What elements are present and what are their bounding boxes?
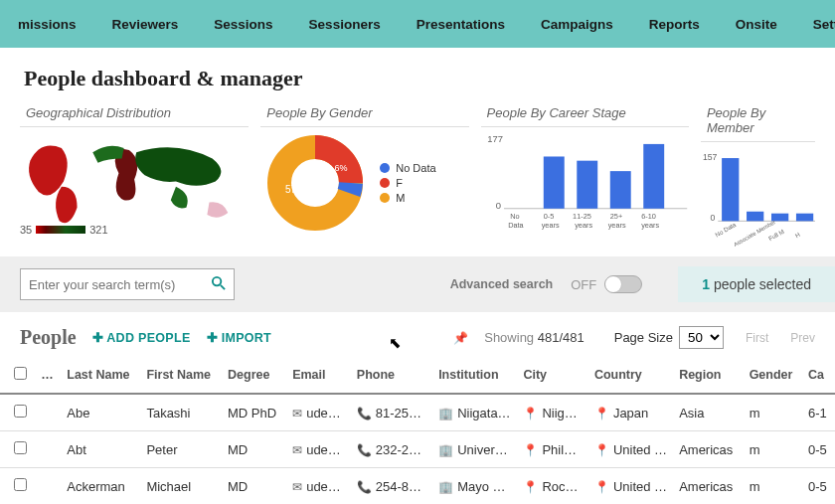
search-input[interactable] <box>29 277 211 292</box>
nav-item-settings[interactable]: Settings <box>795 17 835 32</box>
table-row[interactable]: AckermanMichaelMD✉ude…📞254-8…🏢Mayo Clin…… <box>0 468 835 505</box>
svg-text:177: 177 <box>487 133 503 144</box>
svg-text:0: 0 <box>710 213 715 223</box>
cell-phone[interactable]: 📞81-25… <box>351 394 432 431</box>
col-career[interactable]: Ca <box>802 359 835 394</box>
page-size-label: Page Size <box>614 330 673 345</box>
svg-text:years: years <box>541 221 559 230</box>
plus-icon: ✚ <box>207 331 218 345</box>
cell-gender: m <box>744 394 802 431</box>
list-header: People ✚ ADD PEOPLE ✚ IMPORT 📌 Showing 4… <box>0 312 835 353</box>
nav-item-submissions[interactable]: missions <box>0 17 94 32</box>
col-country[interactable]: Country <box>588 359 673 394</box>
envelope-icon: ✉ <box>292 407 302 420</box>
dashboard-row: Geographical Distribution 35 321 People … <box>0 101 835 256</box>
table-row[interactable]: AbeTakashiMD PhD✉ude…📞81-25…🏢Niigata U…📍… <box>0 394 835 431</box>
building-icon: 🏢 <box>438 407 453 420</box>
cell-country: 📍United … <box>588 431 673 468</box>
advanced-search-label: Advanced search <box>450 277 554 291</box>
col-phone[interactable]: Phone <box>351 359 432 394</box>
svg-line-32 <box>221 285 225 289</box>
map-scale-min: 35 <box>20 224 32 236</box>
row-checkbox[interactable] <box>14 478 27 491</box>
col-institution[interactable]: Institution <box>432 359 517 394</box>
cell-institution: 🏢Niigata U… <box>432 394 517 431</box>
selected-count-panel: 1 people selected <box>678 266 835 302</box>
col-region[interactable]: Region <box>673 359 744 394</box>
cell-city: 📍Phil… <box>517 431 588 468</box>
cell-email[interactable]: ✉ude… <box>286 394 351 431</box>
cell-lastname: Abt <box>61 431 140 468</box>
search-icon[interactable] <box>211 275 226 293</box>
svg-text:2.6%: 2.6% <box>327 163 348 173</box>
svg-text:years: years <box>607 221 625 230</box>
nav-item-sessions[interactable]: Sessions <box>196 17 290 32</box>
cell-gender: m <box>744 468 802 505</box>
row-checkbox[interactable] <box>14 441 27 454</box>
selected-count-value: 1 <box>702 276 710 292</box>
pager-first[interactable]: First <box>746 331 768 345</box>
phone-icon: 📞 <box>357 407 372 420</box>
pin-icon[interactable]: 📌 <box>453 331 468 345</box>
cell-city: 📍Roc… <box>517 468 588 505</box>
advanced-search-toggle[interactable] <box>604 275 642 293</box>
page-size-select[interactable]: 50 <box>679 326 724 349</box>
col-city[interactable]: City <box>517 359 588 394</box>
col-gender[interactable]: Gender <box>744 359 802 394</box>
cell-institution: 🏢Mayo Clin… <box>432 468 517 505</box>
list-heading: People <box>20 326 77 349</box>
col-email[interactable]: Email <box>286 359 351 394</box>
phone-icon: 📞 <box>357 443 372 457</box>
nav-item-reviewers[interactable]: Reviewers <box>94 17 197 32</box>
cell-phone[interactable]: 📞232-2… <box>351 431 432 468</box>
cell-phone[interactable]: 📞254-8… <box>351 468 432 505</box>
import-button[interactable]: ✚ IMPORT <box>207 330 272 345</box>
cell-email[interactable]: ✉ude… <box>286 431 351 468</box>
svg-rect-24 <box>747 212 763 222</box>
cell-degree: MD PhD <box>222 394 286 431</box>
card-gender: People By Gender 57% 2.6% No Data F M <box>260 101 468 245</box>
cell-gender: m <box>744 431 802 468</box>
table-row[interactable]: AbtPeterMD✉ude…📞232-2…🏢University…📍Phil…… <box>0 431 835 468</box>
cell-lastname: Ackerman <box>61 468 140 505</box>
phone-icon: 📞 <box>357 480 372 494</box>
nav-item-presentations[interactable]: Presentations <box>399 17 523 32</box>
select-all-checkbox[interactable] <box>14 367 27 380</box>
svg-text:years: years <box>575 221 592 230</box>
row-checkbox[interactable] <box>14 405 27 418</box>
bar-chart-member-icon: 157 0 No Data Associate Member Full M H <box>701 142 815 247</box>
pager-prev[interactable]: Prev <box>790 331 815 345</box>
cell-institution: 🏢University… <box>432 431 517 468</box>
col-degree[interactable]: Degree <box>222 359 286 394</box>
card-member-title: People By Member <box>707 105 815 135</box>
gender-legend: No Data F M <box>380 159 435 207</box>
col-lastname[interactable]: Last Name <box>61 359 140 394</box>
svg-text:Full M: Full M <box>767 228 785 243</box>
building-icon: 🏢 <box>438 443 453 457</box>
cell-firstname: Peter <box>140 431 222 468</box>
col-menu[interactable]: … <box>35 359 61 394</box>
cell-firstname: Michael <box>140 468 222 505</box>
top-nav: missions Reviewers Sessions Sessioners P… <box>0 0 835 48</box>
nav-item-sessioners[interactable]: Sessioners <box>291 17 399 32</box>
add-people-button[interactable]: ✚ ADD PEOPLE <box>92 330 191 345</box>
nav-item-reports[interactable]: Reports <box>631 17 718 32</box>
map-pin-icon: 📍 <box>594 480 609 494</box>
nav-item-campaigns[interactable]: Campaigns <box>523 17 631 32</box>
nav-item-onsite[interactable]: Onsite <box>718 17 795 32</box>
col-firstname[interactable]: First Name <box>140 359 222 394</box>
svg-rect-26 <box>796 214 813 222</box>
search-box[interactable] <box>20 268 235 300</box>
cell-degree: MD <box>222 468 286 505</box>
svg-rect-8 <box>609 171 630 209</box>
cell-email[interactable]: ✉ude… <box>286 468 351 505</box>
svg-rect-9 <box>643 144 664 209</box>
svg-rect-7 <box>577 161 597 209</box>
map-pin-icon: 📍 <box>523 480 538 494</box>
card-geographic: Geographical Distribution 35 321 <box>20 101 249 245</box>
cell-career: 0-5 <box>802 468 835 505</box>
svg-rect-23 <box>722 158 739 221</box>
svg-text:Data: Data <box>508 221 524 230</box>
card-member: People By Member 157 0 No Data Associate… <box>701 101 815 245</box>
people-table: … Last Name First Name Degree Email Phon… <box>0 359 835 504</box>
